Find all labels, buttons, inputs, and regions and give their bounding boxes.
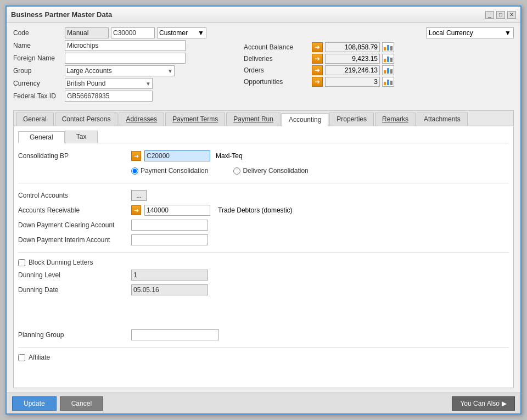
group-select[interactable]: Large Accounts ▼ xyxy=(65,65,175,76)
delivery-consolidation-radio[interactable]: Delivery Consolidation xyxy=(233,167,308,175)
chart-bar-orange xyxy=(384,70,386,74)
down-payment-interim-input[interactable] xyxy=(131,234,208,245)
federal-tax-input[interactable] xyxy=(65,91,153,102)
deliveries-arrow-button[interactable]: ➜ xyxy=(312,54,323,64)
group-value: Large Accounts xyxy=(66,67,112,75)
dunning-date-input[interactable] xyxy=(131,284,208,295)
control-accounts-row: Control Accounts ... xyxy=(18,189,509,201)
title-bar: Business Partner Master Data _ □ ✕ xyxy=(7,7,520,23)
inner-tab-tax[interactable]: Tax xyxy=(65,131,98,143)
tab-general[interactable]: General xyxy=(16,113,54,126)
orders-arrow-button[interactable]: ➜ xyxy=(312,65,323,75)
accounts-receivable-arrow-button[interactable]: ➜ xyxy=(131,205,141,215)
bottom-left-buttons: Update Cancel xyxy=(12,396,103,411)
orders-chart-icon[interactable] xyxy=(382,65,394,75)
code-id-input[interactable] xyxy=(111,27,155,38)
tab-attachments[interactable]: Attachments xyxy=(417,113,468,126)
account-balance-arrow-button[interactable]: ➜ xyxy=(312,42,323,52)
accounts-receivable-arrow-icon: ➜ xyxy=(134,207,139,214)
down-payment-clearing-input[interactable] xyxy=(131,220,208,231)
close-button[interactable]: ✕ xyxy=(507,11,516,19)
accounts-receivable-label: Accounts Receivable xyxy=(18,206,128,214)
tab-addresses[interactable]: Addresses xyxy=(119,113,164,126)
down-payment-interim-row: Down Payment Interim Account xyxy=(18,234,509,246)
deliveries-chart-icon[interactable] xyxy=(382,54,394,64)
tab-properties[interactable]: Properties xyxy=(329,113,374,126)
chart-bar-gray xyxy=(390,46,393,51)
local-currency-select[interactable]: Local Currency ▼ xyxy=(426,27,514,38)
name-label: Name xyxy=(13,42,63,49)
orders-label: Orders xyxy=(244,66,310,74)
code-manual-input[interactable] xyxy=(65,27,109,38)
foreign-name-input[interactable] xyxy=(65,53,186,64)
tab-remarks[interactable]: Remarks xyxy=(375,113,416,126)
minimize-button[interactable]: _ xyxy=(485,11,494,19)
dunning-level-input[interactable] xyxy=(131,270,208,281)
delivery-consolidation-radio-input[interactable] xyxy=(233,167,240,175)
tab-content: General Tax Consolidating BP ➜ Maxi-Teq xyxy=(14,126,513,388)
divider-3 xyxy=(18,347,509,348)
consolidating-bp-label: Consolidating BP xyxy=(18,152,128,160)
account-balance-value: 108,858.79 xyxy=(325,42,380,52)
affiliate-row: Affiliate xyxy=(18,354,509,361)
header-section: Code Customer ▼ Name Foreign Name xyxy=(13,27,514,102)
consolidating-bp-input[interactable] xyxy=(144,150,210,161)
chart-bar-orange xyxy=(384,82,386,85)
block-dunning-checkbox[interactable] xyxy=(18,259,25,266)
consolidating-bp-arrow-icon: ➜ xyxy=(134,153,139,160)
maximize-button[interactable]: □ xyxy=(496,11,505,19)
consolidating-bp-name: Maxi-Teq xyxy=(216,152,243,160)
planning-group-label: Planning Group xyxy=(18,331,128,339)
block-dunning-label: Block Dunning Letters xyxy=(29,259,93,266)
payment-consolidation-radio-input[interactable] xyxy=(131,167,138,175)
currency-value: British Pound xyxy=(66,80,105,87)
you-can-also-button[interactable]: You Can Also ▶ xyxy=(452,396,515,411)
dunning-date-row: Dunning Date xyxy=(18,284,509,296)
opportunities-label: Opportunities xyxy=(244,78,310,86)
bp-type-select[interactable]: Customer ▼ xyxy=(157,27,206,38)
orders-value: 219,246.13 xyxy=(325,65,380,75)
planning-group-row: Planning Group xyxy=(18,329,509,341)
inner-tab-general[interactable]: General xyxy=(18,131,65,143)
tab-payment-terms[interactable]: Payment Terms xyxy=(165,113,225,126)
accounting-form: Consolidating BP ➜ Maxi-Teq Payment Cons… xyxy=(18,148,509,363)
control-accounts-button[interactable]: ... xyxy=(131,190,147,201)
main-content: Code Customer ▼ Name Foreign Name xyxy=(7,23,520,393)
chart-bar-orange xyxy=(384,59,386,62)
down-payment-clearing-label: Down Payment Clearing Account xyxy=(18,221,128,229)
down-payment-clearing-row: Down Payment Clearing Account xyxy=(18,219,509,231)
accounts-receivable-input[interactable] xyxy=(144,205,210,216)
left-fields: Code Customer ▼ Name Foreign Name xyxy=(13,27,222,102)
code-label: Code xyxy=(13,29,63,37)
bp-type-arrow-icon: ▼ xyxy=(198,29,204,37)
opportunities-chart-icon[interactable] xyxy=(382,77,394,87)
accounts-receivable-name: Trade Debtors (domestic) xyxy=(218,206,293,214)
tab-contact-persons[interactable]: Contact Persons xyxy=(55,113,118,126)
name-input[interactable] xyxy=(65,40,186,51)
tabs-container: General Contact Persons Addresses Paymen… xyxy=(13,110,514,388)
opportunities-arrow-button[interactable]: ➜ xyxy=(312,77,323,87)
tab-payment-run[interactable]: Payment Run xyxy=(226,113,281,126)
currency-select[interactable]: British Pound ▼ xyxy=(65,78,153,89)
separator xyxy=(13,104,514,108)
local-currency-value: Local Currency xyxy=(429,29,473,37)
update-button[interactable]: Update xyxy=(12,396,57,411)
deliveries-row: Deliveries ➜ 9,423.15 xyxy=(244,54,514,64)
divider-2 xyxy=(18,252,509,253)
cancel-button[interactable]: Cancel xyxy=(60,396,103,411)
payment-consolidation-radio[interactable]: Payment Consolidation xyxy=(131,167,208,175)
group-label: Group xyxy=(13,67,63,75)
bp-type-value: Customer xyxy=(159,29,188,37)
affiliate-checkbox[interactable] xyxy=(18,354,25,361)
federal-tax-label: Federal Tax ID xyxy=(13,92,63,100)
name-row: Name xyxy=(13,40,222,51)
account-balance-chart-icon[interactable] xyxy=(382,42,394,52)
consolidating-bp-row: Consolidating BP ➜ Maxi-Teq xyxy=(18,150,509,162)
spacer-area xyxy=(18,299,509,326)
planning-group-input[interactable] xyxy=(131,329,219,340)
currency-row: Currency British Pound ▼ xyxy=(13,78,222,89)
account-balance-row: Account Balance ➜ 108,858.79 xyxy=(244,42,514,52)
tab-accounting[interactable]: Accounting xyxy=(282,113,328,126)
consolidating-bp-arrow-button[interactable]: ➜ xyxy=(131,151,141,161)
local-currency-arrow-icon: ▼ xyxy=(504,29,511,37)
